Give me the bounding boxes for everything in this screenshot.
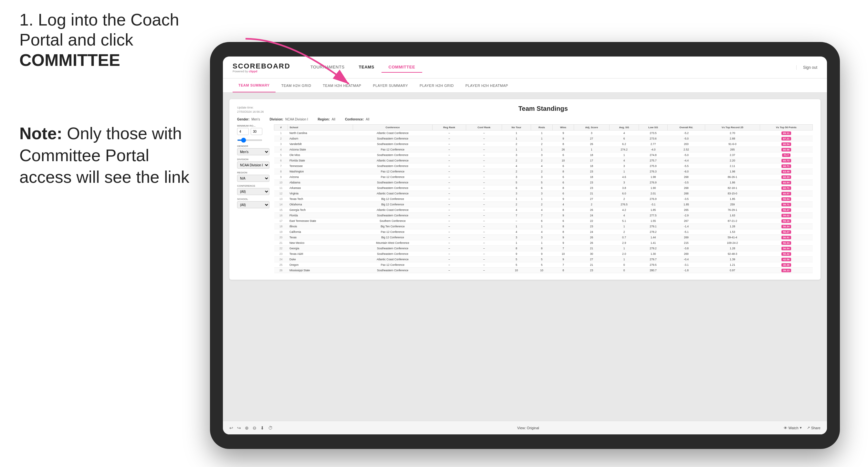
table-cell: 273.6 [639, 136, 668, 142]
table-cell: 59.94 [760, 196, 812, 202]
step-text: 1. Log into the Coach Portal and click C… [20, 10, 207, 70]
table-cell: 2 [274, 136, 288, 142]
table-cell: 3 [609, 180, 639, 185]
table-cell: – [466, 169, 502, 175]
table-cell: Oregon [288, 262, 353, 268]
table-row: 26Mississippi StateSoutheastern Conferen… [274, 268, 813, 273]
update-time: Update time: 27/03/2024 16:56:26 [237, 105, 264, 114]
table-cell: 17 [274, 218, 288, 224]
nav-committee[interactable]: COMMITTEE [381, 62, 423, 73]
min-row-inputs [237, 128, 270, 135]
undo-icon[interactable]: ↩ [229, 425, 233, 431]
table-cell: 1 [531, 224, 553, 229]
view-original-button[interactable]: View: Original [517, 426, 539, 430]
min-rounds-block: Minimum Ro... [237, 124, 270, 142]
table-cell: 2.37 [705, 152, 760, 158]
slider-area[interactable] [237, 136, 270, 142]
table-cell: – [432, 136, 466, 142]
table-cell: 275.7 [639, 158, 668, 163]
table-cell: 279.2 [639, 246, 668, 251]
region-select[interactable]: N/A All [237, 175, 270, 182]
table-cell: 30 [574, 251, 609, 257]
min-rounds-max-input[interactable] [251, 128, 262, 135]
table-cell: – [432, 191, 466, 196]
table-cell: 4 [502, 229, 531, 235]
table-cell: 1.86 [705, 180, 760, 185]
table-cell: Southeastern Conference [353, 268, 433, 273]
min-rounds-min-input[interactable] [237, 128, 249, 135]
table-cell: 1 [531, 136, 553, 142]
table-cell: 23 [574, 185, 609, 191]
table-cell: 26 [574, 240, 609, 246]
region-value: All [332, 118, 335, 121]
score-badge: 39.13 [781, 269, 791, 272]
table-cell: 50.54 [760, 246, 812, 251]
col-avg-sg: Avg. SG [609, 125, 639, 130]
table-cell: 203 [668, 142, 705, 147]
table-cell: Tennessee [288, 163, 353, 169]
conference-label: Conference: [345, 118, 364, 121]
share-button[interactable]: ↗ Share [807, 426, 820, 430]
table-cell: 8 [553, 207, 574, 213]
table-cell: 60.33 [760, 175, 812, 180]
score-badge: 60.94 [781, 181, 791, 184]
zoom-in-icon[interactable]: ⊕ [245, 425, 249, 431]
table-cell: 59.71 [760, 202, 812, 207]
timer-icon[interactable]: ⏱ [268, 425, 273, 431]
table-cell: -5.0 [668, 152, 705, 158]
col-rank: # [274, 125, 288, 130]
table-row: 24DukeAtlantic Coast Conference––5592712… [274, 257, 813, 262]
table-cell: 18 [574, 175, 609, 180]
table-cell: 50.34 [760, 224, 812, 229]
gender-select[interactable]: Men's Women's [237, 148, 270, 155]
table-cell: 0 [609, 268, 639, 273]
table-cell: 4.2 [609, 207, 639, 213]
table-cell: 9 [553, 257, 574, 262]
sub-nav-player-h2h-grid[interactable]: PLAYER H2H GRID [414, 79, 460, 92]
rounds-slider[interactable] [237, 139, 262, 141]
table-cell: 1.63 [705, 213, 760, 218]
table-cell: 59.47 [760, 207, 812, 213]
table-cell: -0.4 [668, 257, 705, 262]
table-cell: 23 [274, 251, 288, 257]
table-cell: 3 [502, 152, 531, 158]
table-cell: Southeastern Conference [353, 213, 433, 218]
col-rnds: Rnds [531, 125, 553, 130]
table-cell: Arkansas [288, 185, 353, 191]
zoom-out-icon[interactable]: ⊖ [253, 425, 256, 431]
table-cell: 2 [531, 158, 553, 163]
table-cell: – [466, 268, 502, 273]
table-cell: 2.01 [639, 191, 668, 196]
conference-select[interactable]: (All) [237, 188, 270, 195]
table-cell: – [466, 207, 502, 213]
table-header-row: # School Conference Reg Rank Conf Rank N… [274, 125, 813, 130]
table-cell: 9 [553, 136, 574, 142]
redo-icon[interactable]: ↪ [237, 425, 241, 431]
sign-out-link[interactable]: Sign out [796, 65, 817, 70]
table-cell: 26 [553, 147, 574, 152]
download-icon[interactable]: ⬇ [260, 425, 264, 431]
table-cell: 276.9 [639, 196, 668, 202]
table-row: 25OregonPac-12 Conference––557210279.5-3… [274, 262, 813, 268]
table-cell: Pac-12 Conference [353, 175, 433, 180]
table-cell: 86-26-1 [705, 175, 760, 180]
table-cell: -1.4 [668, 224, 705, 229]
watch-button[interactable]: 👁 Watch ▾ [784, 426, 802, 430]
table-cell: 7 [502, 213, 531, 218]
table-cell: 18 [274, 224, 288, 229]
score-badge: 59.71 [781, 203, 791, 206]
division-select[interactable]: NCAA Division I [237, 161, 270, 168]
sub-nav-player-h2h-heatmap[interactable]: PLAYER H2H HEATMAP [460, 79, 514, 92]
table-cell: 25 [274, 262, 288, 268]
table-cell: 265 [705, 147, 760, 152]
table-cell: – [466, 130, 502, 136]
table-cell: Texas [288, 235, 353, 240]
score-badge: 40.38 [781, 263, 791, 267]
school-select[interactable]: (All) [237, 201, 270, 208]
table-cell: 1.28 [705, 224, 760, 229]
conference-filter-display: Conference: All [345, 118, 369, 121]
table-cell: 0.97 [705, 268, 760, 273]
table-cell: 3 [274, 142, 288, 147]
view-original-label: View: Original [517, 426, 539, 430]
table-cell: 6 [553, 191, 574, 196]
